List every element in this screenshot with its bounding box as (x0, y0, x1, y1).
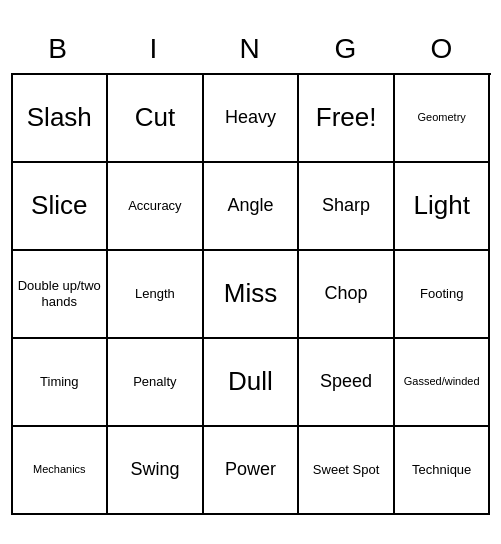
cell-text: Slash (27, 102, 92, 133)
cell-r1-c1: Accuracy (108, 163, 204, 251)
cell-text: Accuracy (128, 198, 181, 214)
bingo-header: BINGO (11, 29, 491, 69)
cell-text: Length (135, 286, 175, 302)
header-letter-I: I (107, 29, 203, 69)
header-letter-O: O (395, 29, 491, 69)
cell-r2-c0: Double up/two hands (13, 251, 109, 339)
cell-r4-c2: Power (204, 427, 300, 515)
cell-r2-c1: Length (108, 251, 204, 339)
cell-text: Geometry (418, 111, 466, 124)
cell-r0-c1: Cut (108, 75, 204, 163)
cell-r3-c1: Penalty (108, 339, 204, 427)
cell-text: Chop (325, 283, 368, 305)
cell-r2-c3: Chop (299, 251, 395, 339)
header-letter-G: G (299, 29, 395, 69)
header-letter-B: B (11, 29, 107, 69)
cell-r0-c4: Geometry (395, 75, 491, 163)
cell-text: Double up/two hands (17, 278, 103, 309)
cell-text: Cut (135, 102, 175, 133)
cell-r1-c4: Light (395, 163, 491, 251)
cell-r4-c1: Swing (108, 427, 204, 515)
cell-text: Free! (316, 102, 377, 133)
cell-r2-c4: Footing (395, 251, 491, 339)
cell-r2-c2: Miss (204, 251, 300, 339)
cell-r3-c2: Dull (204, 339, 300, 427)
cell-r4-c3: Sweet Spot (299, 427, 395, 515)
cell-r1-c0: Slice (13, 163, 109, 251)
cell-text: Angle (227, 195, 273, 217)
cell-r1-c3: Sharp (299, 163, 395, 251)
cell-text: Miss (224, 278, 277, 309)
cell-r3-c0: Timing (13, 339, 109, 427)
cell-text: Footing (420, 286, 463, 302)
cell-text: Penalty (133, 374, 176, 390)
cell-r4-c4: Technique (395, 427, 491, 515)
cell-text: Power (225, 459, 276, 481)
bingo-card: BINGO SlashCutHeavyFree!GeometrySliceAcc… (11, 29, 491, 515)
cell-r0-c3: Free! (299, 75, 395, 163)
cell-text: Speed (320, 371, 372, 393)
cell-r3-c3: Speed (299, 339, 395, 427)
cell-r1-c2: Angle (204, 163, 300, 251)
cell-text: Gassed/winded (404, 375, 480, 388)
cell-text: Slice (31, 190, 87, 221)
cell-text: Timing (40, 374, 79, 390)
cell-text: Dull (228, 366, 273, 397)
cell-r3-c4: Gassed/winded (395, 339, 491, 427)
cell-text: Sharp (322, 195, 370, 217)
cell-r0-c2: Heavy (204, 75, 300, 163)
cell-r4-c0: Mechanics (13, 427, 109, 515)
cell-text: Technique (412, 462, 471, 478)
cell-text: Light (413, 190, 469, 221)
header-letter-N: N (203, 29, 299, 69)
bingo-grid: SlashCutHeavyFree!GeometrySliceAccuracyA… (11, 73, 491, 515)
cell-text: Swing (130, 459, 179, 481)
cell-text: Heavy (225, 107, 276, 129)
cell-r0-c0: Slash (13, 75, 109, 163)
cell-text: Mechanics (33, 463, 86, 476)
cell-text: Sweet Spot (313, 462, 380, 478)
